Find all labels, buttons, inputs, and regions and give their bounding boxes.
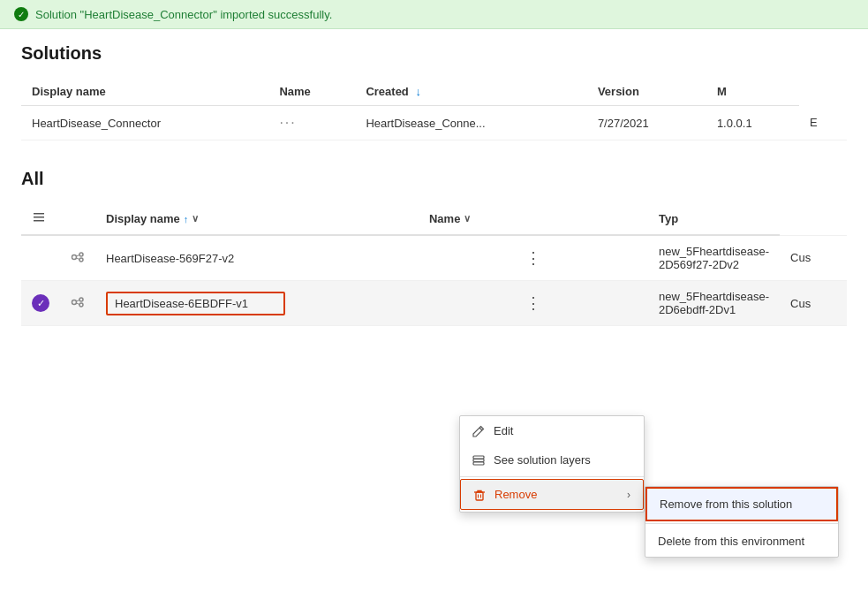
delete-from-environment-label: Delete from this environment [658, 535, 804, 548]
col-display-name: Display name [21, 78, 268, 106]
col-icon-header [60, 203, 95, 235]
col-display-name-header[interactable]: Display name ↑ ∨ [95, 203, 419, 235]
solutions-table: Display name Name Created ↓ Version M He… [21, 78, 847, 141]
submenu: Remove from this solution Delete from th… [645, 486, 839, 558]
svg-rect-14 [473, 459, 484, 461]
solution-name: HeartDisease_Conne... [355, 106, 587, 141]
col-version: Version [587, 78, 706, 106]
col-type-header: Typ [648, 203, 780, 235]
remove-left: Remove [473, 488, 537, 501]
row1-dots[interactable]: ⋮ [419, 235, 648, 281]
svg-line-7 [77, 258, 80, 260]
context-menu: Edit See solution layers Remove [459, 415, 645, 513]
row1-icon-cell [60, 235, 95, 281]
trash-icon [473, 489, 486, 501]
row1-name: new_5Fheartdisease-2D569f27-2Dv2 [648, 235, 780, 281]
row2-type: Cus [780, 281, 847, 326]
solution-created: 7/27/2021 [587, 106, 706, 141]
success-message: Solution "HeartDisease_Connector" import… [35, 8, 332, 21]
connector-icon [71, 250, 85, 264]
success-banner: ✓ Solution "HeartDisease_Connector" impo… [0, 0, 868, 29]
success-icon: ✓ [14, 7, 28, 21]
row2-dots[interactable]: ⋮ [419, 281, 648, 326]
row1-display-name: HeartDisease-569F27-v2 [95, 235, 419, 281]
svg-line-11 [77, 300, 80, 301]
menu-item-remove[interactable]: Remove › [460, 479, 644, 510]
created-sort-indicator: ↓ [415, 85, 421, 98]
row1-type: Cus [780, 235, 847, 281]
svg-rect-13 [473, 462, 484, 465]
check-circle: ✓ [32, 294, 49, 312]
menu-remove-label: Remove [494, 488, 537, 501]
col-managed: M [706, 78, 799, 106]
svg-point-9 [79, 298, 83, 301]
row1-check-cell [21, 235, 60, 281]
solution-version: 1.0.0.1 [706, 106, 799, 141]
all-table: Display name ↑ ∨ Name ∨ Typ [21, 203, 847, 326]
table-row: ✓ HeartDisease-6EBDFF-v1 [21, 281, 847, 326]
svg-line-12 [77, 303, 80, 305]
all-section: All Display name ↑ [21, 169, 847, 326]
solutions-section: Solutions Display name Name Created ↓ Ve… [21, 43, 847, 141]
pencil-icon [472, 425, 485, 437]
context-menu-wrapper: Edit See solution layers Remove [459, 415, 645, 513]
svg-point-5 [79, 258, 83, 262]
list-icon [32, 210, 46, 224]
menu-item-solution-layers[interactable]: See solution layers [460, 445, 644, 475]
svg-point-3 [72, 254, 77, 259]
solution-display-name: HeartDisease_Connector [21, 106, 268, 141]
layers-icon [472, 454, 485, 467]
solutions-title: Solutions [21, 43, 847, 64]
svg-line-6 [77, 254, 80, 256]
menu-edit-label: Edit [494, 424, 513, 437]
svg-point-4 [79, 253, 83, 256]
solution-managed: E [799, 106, 847, 141]
name-sort-toggle: ∨ [464, 213, 471, 224]
svg-rect-0 [34, 213, 44, 215]
menu-layers-label: See solution layers [494, 453, 591, 467]
submenu-wrapper: Remove from this solution Delete from th… [645, 486, 839, 558]
name-label: Name [429, 212, 460, 225]
table-row: HeartDisease-569F27-v2 ⋮ new_5Fheartdise… [21, 235, 847, 281]
col-name: Name [268, 78, 355, 106]
svg-rect-15 [473, 456, 484, 459]
svg-rect-1 [34, 216, 44, 218]
svg-rect-2 [34, 220, 44, 222]
all-title: All [21, 169, 847, 189]
display-name-sort-toggle: ∨ [192, 213, 199, 224]
row2-name: new_5Fheartdisease-2D6ebdff-2Dv1 [648, 281, 780, 326]
page-content: Solutions Display name Name Created ↓ Ve… [0, 29, 868, 340]
remove-from-solution-label: Remove from this solution [660, 497, 792, 511]
display-name-label: Display name [106, 212, 180, 225]
submenu-item-delete-from-environment[interactable]: Delete from this environment [645, 526, 838, 557]
solution-dots[interactable]: ··· [268, 106, 355, 141]
chevron-right-icon: › [627, 489, 630, 501]
table-row: HeartDisease_Connector ··· HeartDisease_… [21, 106, 847, 141]
svg-point-10 [79, 303, 83, 307]
col-created-label: Created [366, 85, 408, 98]
row2-icon-cell [60, 281, 95, 326]
col-check-header [21, 203, 60, 235]
submenu-item-remove-from-solution[interactable]: Remove from this solution [645, 487, 838, 521]
svg-rect-16 [476, 492, 483, 500]
col-created[interactable]: Created ↓ [355, 78, 587, 106]
row2-display-name: HeartDisease-6EBDFF-v1 [95, 281, 419, 326]
svg-point-8 [72, 300, 77, 304]
row2-check-cell: ✓ [21, 281, 60, 326]
menu-item-edit[interactable]: Edit [460, 416, 644, 445]
selected-row-outline: HeartDisease-6EBDFF-v1 [106, 292, 285, 315]
col-name-header[interactable]: Name ∨ [419, 203, 648, 235]
display-name-sort-up: ↑ [184, 214, 189, 224]
connector-icon-2 [71, 295, 85, 309]
